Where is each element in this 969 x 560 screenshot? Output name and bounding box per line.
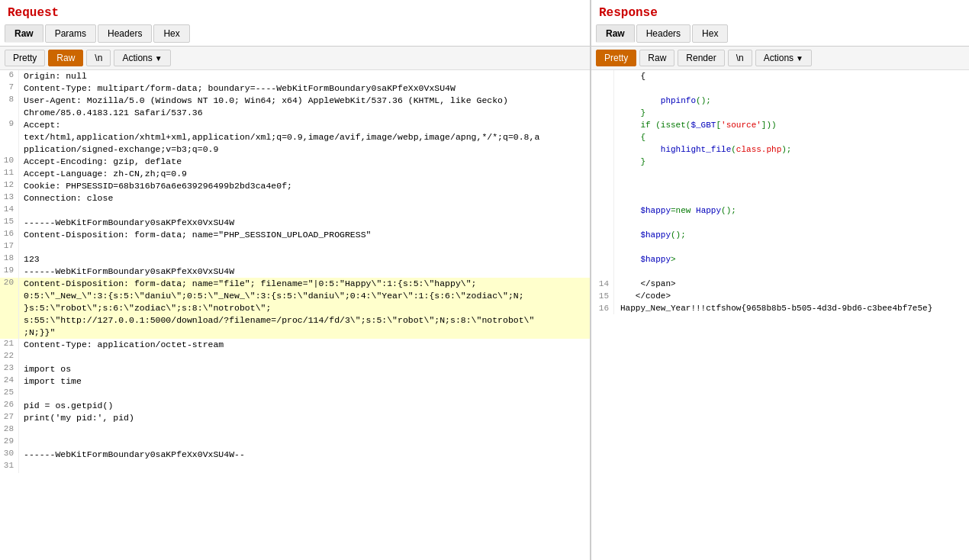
tab-request-headers[interactable]: Headers <box>98 24 152 43</box>
line-number: 8 <box>0 95 19 119</box>
line-text: pid = os.getpid() <box>19 400 590 412</box>
line-number: 11 <box>0 168 19 180</box>
line-text: Content-Type: multipart/form-data; bound… <box>19 82 590 95</box>
response-panel: Response Raw Headers Hex Pretty Raw Rend… <box>591 0 969 560</box>
response-actions-btn[interactable]: Actions ▼ <box>755 50 812 66</box>
line-text: print('my pid:', pid) <box>19 412 590 424</box>
resp-line-number: 15 <box>591 290 614 302</box>
line-number: 6 <box>0 70 19 82</box>
response-toolbar: Pretty Raw Render \n Actions ▼ <box>591 47 969 70</box>
resp-line-text: phpinfo(); } if (isset($_GBT['source']))… <box>614 95 969 204</box>
line-item: 31 <box>0 461 590 473</box>
line-text <box>19 436 590 449</box>
line-text <box>19 204 590 217</box>
request-actions-arrow: ▼ <box>155 54 163 63</box>
line-item: 7 Content-Type: multipart/form-data; bou… <box>0 82 590 95</box>
resp-line-item: phpinfo(); } if (isset($_GBT['source']))… <box>591 95 969 204</box>
tab-response-raw[interactable]: Raw <box>596 24 635 43</box>
line-item: 18 123 <box>0 253 590 266</box>
request-title: Request <box>0 0 590 24</box>
line-text <box>19 241 590 253</box>
line-number: 10 <box>0 156 19 168</box>
line-number: 27 <box>0 412 19 424</box>
line-text: import os <box>19 363 590 375</box>
resp-line-number <box>591 253 614 278</box>
line-number: 15 <box>0 217 19 229</box>
line-text: User-Agent: Mozilla/5.0 (Windows NT 10.0… <box>19 95 590 119</box>
tab-request-params[interactable]: Params <box>45 24 96 43</box>
response-title: Response <box>591 0 969 24</box>
line-number: 17 <box>0 241 19 253</box>
line-number: 25 <box>0 388 19 400</box>
line-item: 14 <box>0 204 590 217</box>
line-text: Content-Type: application/octet-stream <box>19 339 590 351</box>
resp-line-item: { <box>591 70 969 95</box>
line-item: 16 Content-Disposition: form-data; name=… <box>0 229 590 241</box>
line-number: 23 <box>0 363 19 375</box>
line-number: 30 <box>0 449 19 461</box>
resp-line-text: Happy_New_Year!!!ctfshow{9658b8b5-b505-4… <box>614 302 969 314</box>
line-text: ------WebKitFormBoundary0saKPfeXx0VxSU4W… <box>19 449 590 461</box>
response-raw-btn[interactable]: Raw <box>639 50 674 66</box>
line-item: 21 Content-Type: application/octet-strea… <box>0 339 590 351</box>
resp-line-number <box>591 229 614 253</box>
request-pretty-btn[interactable]: Pretty <box>5 50 45 66</box>
line-text: Accept-Encoding: gzip, deflate <box>19 156 590 168</box>
line-item: 15 ------WebKitFormBoundary0saKPfeXx0VxS… <box>0 217 590 229</box>
line-item: 27 print('my pid:', pid) <box>0 412 590 424</box>
resp-line-item: $happy=new Happy(); <box>591 204 969 229</box>
line-text: ------WebKitFormBoundary0saKPfeXx0VxSU4W <box>19 217 590 229</box>
line-text: Content-Disposition: form-data; name="PH… <box>19 229 590 241</box>
line-number: 31 <box>0 461 19 473</box>
line-item: 22 <box>0 351 590 363</box>
line-text <box>19 351 590 363</box>
line-number: 28 <box>0 424 19 436</box>
line-number: 12 <box>0 180 19 192</box>
response-render-btn[interactable]: Render <box>678 50 724 66</box>
request-actions-label: Actions <box>122 53 152 63</box>
line-item: 13 Connection: close <box>0 192 590 204</box>
tab-response-hex[interactable]: Hex <box>692 24 728 43</box>
resp-line-item: $happy> <box>591 253 969 278</box>
request-raw-btn[interactable]: Raw <box>48 50 83 66</box>
line-text <box>19 461 590 473</box>
tab-request-raw[interactable]: Raw <box>5 24 43 43</box>
request-toolbar: Pretty Raw \n Actions ▼ <box>0 47 590 70</box>
line-text: Cookie: PHPSESSID=68b316b76a6e639296499b… <box>19 180 590 192</box>
line-number: 21 <box>0 339 19 351</box>
resp-line-item: 15 </code> <box>591 290 969 302</box>
request-actions-btn[interactable]: Actions ▼ <box>114 50 170 66</box>
request-newline-btn[interactable]: \n <box>86 50 111 66</box>
request-content: 6 Origin: null 7 Content-Type: multipart… <box>0 70 590 560</box>
request-tab-bar: Raw Params Headers Hex <box>0 24 590 47</box>
resp-line-text: $happy(); <box>614 229 969 253</box>
line-number: 18 <box>0 253 19 266</box>
resp-line-item: $happy(); <box>591 229 969 253</box>
response-newline-btn[interactable]: \n <box>728 50 752 66</box>
resp-line-text: { <box>614 70 969 95</box>
response-pretty-btn[interactable]: Pretty <box>596 50 636 66</box>
line-text: Content-Disposition: form-data; name="fi… <box>19 278 590 339</box>
line-item: 24 import time <box>0 375 590 388</box>
line-item: 25 <box>0 388 590 400</box>
line-item: 26 pid = os.getpid() <box>0 400 590 412</box>
line-text: Accept: text/html,application/xhtml+xml,… <box>19 119 590 156</box>
line-item: 11 Accept-Language: zh-CN,zh;q=0.9 <box>0 168 590 180</box>
line-text: 123 <box>19 253 590 266</box>
line-item: 17 <box>0 241 590 253</box>
tab-response-headers[interactable]: Headers <box>636 24 691 43</box>
response-content: { phpinfo(); } if (isset($_GBT['source']… <box>591 70 969 560</box>
line-number: 22 <box>0 351 19 363</box>
tab-request-hex[interactable]: Hex <box>153 24 189 43</box>
resp-line-number: 14 <box>591 278 614 290</box>
resp-line-item: 14 </span> <box>591 278 969 290</box>
line-item: 30 ------WebKitFormBoundary0saKPfeXx0VxS… <box>0 449 590 461</box>
resp-line-number: 16 <box>591 302 614 314</box>
line-text: Connection: close <box>19 192 590 204</box>
request-panel: Request Raw Params Headers Hex Pretty Ra… <box>0 0 591 560</box>
line-number: 19 <box>0 266 19 278</box>
line-item: 6 Origin: null <box>0 70 590 82</box>
response-actions-arrow: ▼ <box>796 54 803 63</box>
line-number: 26 <box>0 400 19 412</box>
line-item: 20 Content-Disposition: form-data; name=… <box>0 278 590 339</box>
